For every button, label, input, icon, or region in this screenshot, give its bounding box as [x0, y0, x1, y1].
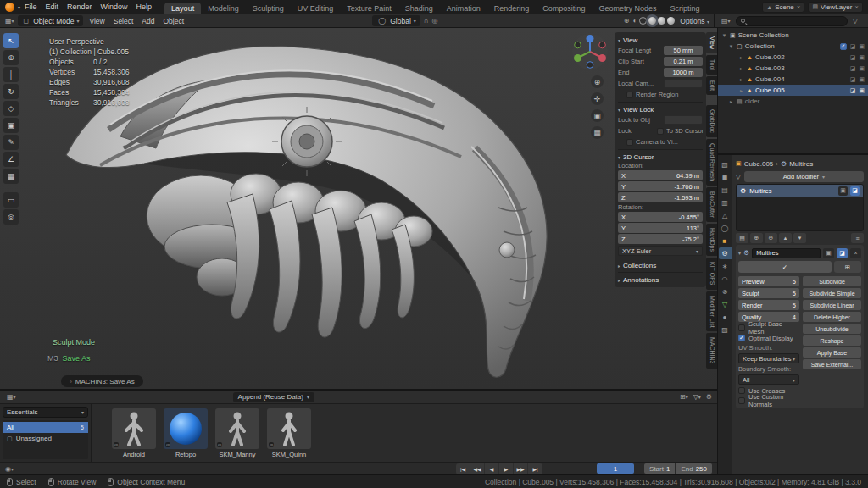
- tool-add-cube[interactable]: ▦: [3, 169, 19, 184]
- viewlayer-unlink-icon[interactable]: ×: [854, 3, 859, 11]
- monitor-icon[interactable]: ◪: [850, 87, 856, 94]
- asset-editor-type-icon[interactable]: ▦▾: [7, 393, 16, 401]
- tab-hardops[interactable]: HardOps: [706, 224, 717, 256]
- tab-tool-props[interactable]: ▧: [719, 158, 732, 170]
- levels-render-slider[interactable]: Render5: [738, 300, 799, 310]
- tool-extra-2[interactable]: ◎: [3, 209, 19, 225]
- rotation-mode-dropdown[interactable]: XYZ Euler▾: [618, 246, 703, 256]
- shading-rendered-icon[interactable]: [667, 17, 675, 25]
- view-lock-header[interactable]: ▾View Lock: [618, 104, 703, 114]
- render-toggle-icon[interactable]: ▣: [823, 248, 834, 258]
- delete-higher-button[interactable]: Delete Higher: [803, 312, 861, 322]
- list-move-down-icon[interactable]: ▾: [793, 233, 806, 243]
- modifier-list[interactable]: ⚙ Multires ▣◪: [736, 184, 864, 231]
- outliner-display-mode-icon[interactable]: ▤▾: [721, 17, 731, 25]
- viewlayer-selector[interactable]: ▤ ViewLayer ×: [808, 2, 863, 13]
- tool-scale[interactable]: ◇: [3, 101, 19, 116]
- tab-object-props[interactable]: ■: [719, 235, 732, 247]
- menu-select3d[interactable]: Select: [109, 17, 138, 25]
- sculpt-base-mesh-checkbox[interactable]: [738, 324, 745, 331]
- tab-data-props[interactable]: ▽: [719, 298, 732, 310]
- workspace-tab-modeling[interactable]: Modeling: [201, 3, 246, 14]
- outliner-row-older[interactable]: ▸ ▤ older: [718, 96, 868, 107]
- tab-modifier-props[interactable]: ⚙: [719, 247, 732, 259]
- mode-dropdown[interactable]: ◻ Object Mode ▾: [18, 15, 84, 26]
- frame-start-field[interactable]: Start1: [644, 463, 675, 474]
- camera-icon[interactable]: ▣: [859, 65, 865, 72]
- lock-to-object-field[interactable]: [664, 115, 703, 125]
- annotations-section-header[interactable]: ▸Annotations: [618, 274, 703, 285]
- workspace-tab-layout[interactable]: Layout: [164, 3, 201, 14]
- list-menu-icon[interactable]: ▤: [736, 233, 748, 243]
- tab-output-props[interactable]: ▤: [719, 184, 732, 196]
- play-button[interactable]: ▶: [499, 463, 514, 474]
- save-external-button[interactable]: Save External...: [803, 359, 861, 369]
- asset-settings-icon[interactable]: ⚙: [706, 393, 712, 401]
- current-frame-field[interactable]: 1: [597, 463, 634, 474]
- tab-render-props[interactable]: ◼: [719, 171, 732, 183]
- scene-selector[interactable]: ▲ Scene ×: [762, 2, 804, 13]
- menu-add3d[interactable]: Add: [137, 17, 159, 25]
- scene-unlink-icon[interactable]: ×: [797, 3, 801, 11]
- tab-viewlayer-props[interactable]: ▥: [719, 197, 732, 208]
- outliner-row-scene-collection[interactable]: ▼ ▣ Scene Collection: [718, 30, 868, 41]
- cursor-rot-x[interactable]: X-0.455°: [618, 212, 703, 222]
- outliner-row-cube005[interactable]: ▸ ▲ Cube.005 ◪▣: [718, 85, 868, 96]
- import-method-dropdown[interactable]: Append (Reuse Data) ▾: [233, 392, 314, 402]
- local-camera-field[interactable]: [664, 79, 703, 88]
- tab-modifier-list[interactable]: Modifier List: [706, 291, 717, 332]
- menu-render[interactable]: Render: [63, 0, 97, 14]
- duplicate-modifier-button[interactable]: ⊞: [834, 261, 861, 273]
- subdivide-linear-button[interactable]: Subdivide Linear: [803, 300, 861, 310]
- workspace-tab-scripting[interactable]: Scripting: [663, 3, 706, 14]
- levels-sculpt-slider[interactable]: Sculpt5: [738, 288, 799, 298]
- chevron-down-icon[interactable]: ▼: [728, 44, 734, 49]
- tab-constraints-props[interactable]: ⊗: [719, 286, 732, 297]
- sculpt-model[interactable]: [66, 47, 547, 378]
- monitor-icon[interactable]: ◪: [850, 54, 856, 61]
- menu-window[interactable]: Window: [97, 0, 132, 14]
- workspace-tab-texture-paint[interactable]: Texture Paint: [340, 3, 398, 14]
- add-modifier-dropdown[interactable]: Add Modifier▾: [744, 171, 864, 182]
- frame-end-field[interactable]: End250: [676, 463, 712, 474]
- optimal-display-checkbox[interactable]: ✓: [738, 335, 745, 341]
- overlays-toggle-icon[interactable]: ◐: [632, 17, 637, 25]
- chevron-down-icon[interactable]: ▾: [738, 250, 741, 256]
- workspace-tab-rendering[interactable]: Rendering: [487, 3, 537, 14]
- asset-view-mode-icon[interactable]: ⊞▾: [680, 393, 688, 401]
- shading-material-icon[interactable]: [658, 17, 665, 25]
- workspace-tab-uv-editing[interactable]: UV Editing: [291, 3, 341, 14]
- menu-help[interactable]: Help: [132, 0, 157, 14]
- camera-to-view-checkbox[interactable]: [626, 139, 633, 146]
- cursor-rot-z[interactable]: Z-75.2°: [618, 234, 703, 244]
- menu-file[interactable]: File: [20, 0, 42, 14]
- tab-quad-remesh[interactable]: Quad Remesh: [706, 139, 717, 186]
- outliner-row-cube002[interactable]: ▸ ▲ Cube.002 ◪▣: [718, 52, 868, 63]
- tab-tool[interactable]: Tool: [706, 55, 717, 75]
- tab-boxcutter[interactable]: BoxCutter: [706, 187, 717, 222]
- tool-extra-1[interactable]: ▭: [3, 192, 19, 208]
- outliner-row-collection[interactable]: ▼ ▢ Collection ✓◪▣: [718, 41, 868, 52]
- jump-to-start-button[interactable]: |◀: [456, 463, 470, 474]
- tool-select-box[interactable]: ↖: [3, 33, 19, 48]
- breadcrumb-modifier[interactable]: Multires: [789, 160, 813, 168]
- blender-logo-icon[interactable]: [5, 3, 14, 12]
- workspace-tab-sculpting[interactable]: Sculpting: [246, 3, 291, 14]
- menu-edit[interactable]: Edit: [42, 0, 64, 14]
- chevron-right-icon[interactable]: ▸: [738, 65, 744, 71]
- funnel-icon[interactable]: ▽: [736, 173, 741, 180]
- chevron-right-icon[interactable]: ▸: [738, 54, 744, 60]
- tab-particles-props[interactable]: ∗: [719, 260, 732, 272]
- outliner-search-input[interactable]: [736, 16, 848, 26]
- workspace-tab-compositing[interactable]: Compositing: [536, 3, 592, 14]
- tool-measure[interactable]: ∠: [3, 152, 19, 167]
- tab-world-props[interactable]: ◯: [719, 222, 732, 234]
- shading-solid-icon[interactable]: [648, 17, 656, 25]
- tab-scene-props[interactable]: △: [719, 209, 732, 221]
- asset-item-retopo[interactable]: ∞ Retopo: [164, 408, 208, 458]
- editor-type-icon[interactable]: ▦▾: [5, 17, 14, 25]
- cursor-loc-x[interactable]: X64.39 m: [618, 170, 703, 180]
- gizmo-toggle-icon[interactable]: ⊕: [624, 17, 630, 25]
- camera-icon[interactable]: ▣: [859, 76, 865, 83]
- catalog-all[interactable]: All 5: [3, 422, 88, 433]
